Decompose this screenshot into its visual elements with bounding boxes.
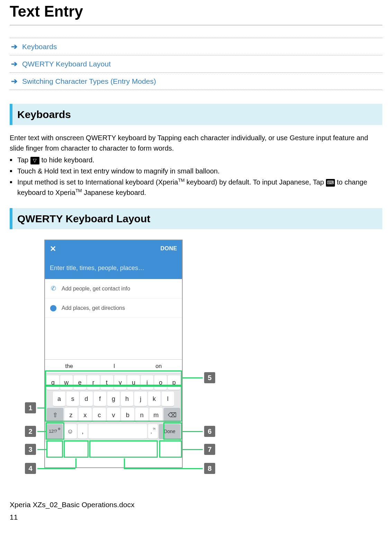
page-title: Text Entry — [10, 0, 382, 25]
key-w[interactable]: w — [60, 375, 73, 390]
arrow-down-icon: ➔ — [11, 58, 17, 70]
app-bar: ✕ DONE — [45, 240, 182, 257]
text-segment: Input method is set to International key… — [17, 178, 178, 186]
suggestion-word[interactable]: on — [156, 362, 162, 370]
title-input-placeholder: Enter title, times, people, places… — [50, 263, 144, 273]
onscreen-keyboard: q w e r t y u i o p a s d f g h j k l — [45, 373, 182, 442]
callout-3: 3 — [25, 444, 36, 455]
key-row-3: ⇧ z x c v b n m ⌫ — [47, 408, 180, 422]
connector-line — [124, 468, 203, 469]
footer-filename: Xperia XZs_02_Basic Operations.docx — [10, 499, 382, 510]
key-n[interactable]: n — [135, 408, 148, 422]
key-a[interactable]: a — [53, 392, 65, 406]
connector-line — [183, 449, 203, 450]
key-row-4: 12!?⚙ ☺ , .?! Done — [47, 424, 180, 439]
key-o[interactable]: o — [154, 375, 167, 390]
close-icon[interactable]: ✕ — [50, 243, 56, 254]
key-k[interactable]: k — [148, 392, 161, 406]
body-text: Enter text with onscreen QWERTY keyboard… — [10, 133, 382, 153]
trademark-symbol: TM — [178, 178, 185, 183]
add-people-row[interactable]: ✆ Add people, get contact info — [45, 279, 182, 298]
connector-line — [124, 458, 125, 468]
bullet-list: Tap ▽ to hide keyboard. Touch & Hold tex… — [10, 155, 382, 198]
key-f[interactable]: f — [94, 392, 106, 406]
callout-1: 1 — [25, 402, 36, 413]
callout-7: 7 — [204, 444, 215, 455]
add-places-row[interactable]: ⬤ Add places, get directions — [45, 298, 182, 318]
toc-item-switching-types[interactable]: ➔ Switching Character Types (Entry Modes… — [10, 73, 382, 90]
list-item: Input method is set to International key… — [10, 177, 382, 198]
key-e[interactable]: e — [74, 375, 86, 390]
key-y[interactable]: y — [114, 375, 127, 390]
connector-line — [183, 431, 203, 432]
phone-mockup: ✕ DONE Enter title, times, people, place… — [44, 240, 183, 468]
key-p[interactable]: p — [168, 375, 180, 390]
text-segment: Japanese keyboard. — [82, 189, 146, 196]
keyboard-switch-icon: ⌨ — [326, 179, 335, 187]
key-j[interactable]: j — [134, 392, 147, 406]
key-c[interactable]: c — [93, 408, 106, 422]
callout-8: 8 — [204, 463, 215, 474]
text-segment: keyboard) by default. To input Japanese,… — [185, 178, 326, 186]
key-s[interactable]: s — [66, 392, 79, 406]
key-comma[interactable]: , — [78, 424, 88, 439]
key-period[interactable]: .?! — [148, 424, 158, 439]
connector-line — [37, 449, 46, 450]
toc-item-qwerty-layout[interactable]: ➔ QWERTY Keyboard Layout — [10, 55, 382, 73]
key-q[interactable]: q — [47, 375, 59, 390]
text-segment: Tap — [17, 156, 30, 164]
key-z[interactable]: z — [64, 408, 78, 422]
key-l[interactable]: l — [162, 392, 174, 406]
page-number: 11 — [10, 512, 382, 523]
connector-line — [183, 377, 203, 378]
toc-link-label: QWERTY Keyboard Layout — [22, 59, 111, 70]
row-label: Add people, get contact info — [62, 285, 130, 293]
callout-5: 5 — [204, 372, 215, 383]
callout-6: 6 — [204, 426, 215, 437]
arrow-down-icon: ➔ — [11, 75, 17, 87]
suggestion-word[interactable]: I — [113, 362, 115, 370]
key-g[interactable]: g — [107, 392, 120, 406]
connector-line — [37, 407, 45, 409]
key-v[interactable]: v — [107, 408, 120, 422]
hide-keyboard-icon: ▽ — [30, 157, 39, 164]
spacer — [45, 318, 182, 359]
suggestion-bar[interactable]: the I on — [45, 359, 182, 373]
key-spacebar[interactable] — [89, 424, 147, 439]
title-input-bar[interactable]: Enter title, times, people, places… — [45, 257, 182, 279]
list-item: Tap ▽ to hide keyboard. — [10, 155, 382, 165]
suggestion-word[interactable]: the — [65, 362, 73, 370]
key-shift[interactable]: ⇧ — [47, 408, 63, 422]
callout-2: 2 — [25, 426, 36, 437]
section-heading-keyboards: Keyboards — [10, 104, 382, 125]
trademark-symbol: TM — [75, 188, 82, 193]
key-enter-done[interactable]: Done — [159, 424, 180, 439]
key-mode-switch[interactable]: 12!?⚙ — [47, 424, 63, 439]
text-segment: to hide keyboard. — [41, 156, 94, 164]
arrow-down-icon: ➔ — [11, 41, 17, 52]
toc-link-label: Keyboards — [22, 41, 57, 52]
list-item: Touch & Hold text in text entry window t… — [10, 166, 382, 176]
connector-line — [75, 458, 76, 468]
connector-line — [37, 468, 75, 469]
key-row-2: a s d f g h j k l — [47, 392, 180, 406]
location-icon: ⬤ — [50, 303, 57, 313]
connector-line — [37, 431, 46, 432]
key-i[interactable]: i — [141, 375, 153, 390]
table-of-contents: ➔ Keyboards ➔ QWERTY Keyboard Layout ➔ S… — [10, 38, 382, 90]
key-b[interactable]: b — [121, 408, 134, 422]
key-r[interactable]: r — [87, 375, 100, 390]
key-u[interactable]: u — [127, 375, 140, 390]
keyboard-layout-figure: ✕ DONE Enter title, times, people, place… — [27, 240, 252, 482]
key-emoji[interactable]: ☺ — [64, 424, 77, 439]
key-t[interactable]: t — [101, 375, 113, 390]
toc-item-keyboards[interactable]: ➔ Keyboards — [10, 38, 382, 55]
done-button[interactable]: DONE — [161, 244, 177, 253]
key-x[interactable]: x — [79, 408, 92, 422]
key-h[interactable]: h — [121, 392, 133, 406]
row-label: Add places, get directions — [62, 304, 125, 312]
key-m[interactable]: m — [149, 408, 163, 422]
section-heading-qwerty: QWERTY Keyboard Layout — [10, 208, 382, 229]
key-backspace[interactable]: ⌫ — [164, 408, 180, 422]
key-d[interactable]: d — [80, 392, 92, 406]
